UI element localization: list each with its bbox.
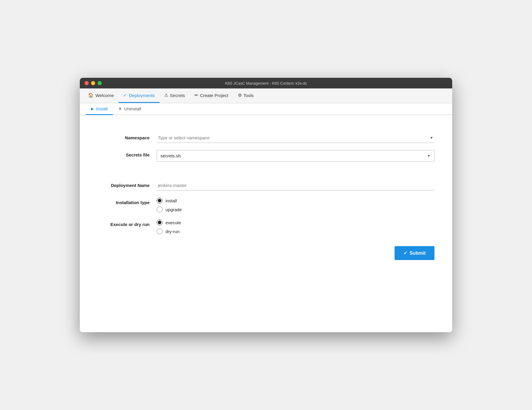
nav-item-welcome[interactable]: 🏠 Welcome bbox=[83, 88, 119, 103]
installation-type-row: Installation type install upgrade bbox=[98, 198, 434, 212]
titlebar: K8S JCasC Management - K8S Context: k3s-… bbox=[80, 78, 452, 88]
submit-label: Submit bbox=[410, 251, 426, 256]
secrets-file-label: Secrets file bbox=[98, 150, 157, 157]
tab-uninstall-label: Uninstall bbox=[124, 106, 141, 111]
deployment-name-control bbox=[157, 180, 434, 191]
nav-label-secrets: Secrets bbox=[170, 93, 185, 98]
execute-dry-run-row: Execute or dry run execute dry-run bbox=[98, 219, 434, 234]
chevron-down-icon: ▼ bbox=[430, 136, 433, 140]
nav-label-create-project: Create Project bbox=[200, 93, 228, 98]
check-submit-icon: ✓ bbox=[403, 250, 407, 256]
namespace-label: Namespace bbox=[98, 133, 157, 140]
execute-dry-run-label: Execute or dry run bbox=[98, 219, 157, 227]
pause-icon: ⏸ bbox=[118, 106, 122, 111]
nav-item-secrets[interactable]: ⚠ Secrets bbox=[160, 88, 190, 103]
radio-dry-run[interactable]: dry-run bbox=[157, 228, 434, 234]
tab-install[interactable]: ▶ Install bbox=[86, 103, 113, 115]
radio-upgrade[interactable]: upgrade bbox=[157, 206, 434, 212]
nav-item-create-project[interactable]: ✏ Create Project bbox=[190, 88, 233, 103]
deployment-name-label: Deployment Name bbox=[98, 180, 157, 188]
tab-install-label: Install bbox=[96, 106, 108, 111]
content-area: Namespace ▼ Secrets file secrets.sh ▼ De bbox=[80, 115, 452, 332]
installation-type-label: Installation type bbox=[98, 198, 157, 205]
namespace-row: Namespace ▼ bbox=[98, 133, 434, 143]
secrets-file-value: secrets.sh bbox=[160, 153, 181, 158]
deployment-name-input[interactable] bbox=[157, 180, 434, 191]
play-icon: ▶ bbox=[91, 106, 94, 111]
sub-tabs: ▶ Install ⏸ Uninstall bbox=[80, 103, 452, 115]
nav-item-tools[interactable]: ⚙ Tools bbox=[233, 88, 259, 103]
window-title: K8S JCasC Management - K8S Context: k3s-… bbox=[225, 81, 307, 85]
namespace-dropdown[interactable]: ▼ bbox=[157, 133, 434, 143]
chevron-down-icon-secrets: ▼ bbox=[427, 154, 431, 158]
radio-dry-run-input[interactable] bbox=[157, 228, 163, 234]
close-button[interactable] bbox=[85, 81, 89, 85]
radio-execute-input[interactable] bbox=[157, 219, 163, 225]
radio-dry-run-label: dry-run bbox=[166, 229, 180, 234]
namespace-input[interactable] bbox=[158, 135, 430, 140]
radio-upgrade-input[interactable] bbox=[157, 206, 163, 212]
nav-label-deployments: Deployments bbox=[129, 93, 155, 98]
warning-icon: ⚠ bbox=[164, 93, 168, 98]
radio-install-label: install bbox=[166, 198, 177, 203]
maximize-button[interactable] bbox=[98, 81, 102, 85]
deployment-name-row: Deployment Name bbox=[98, 180, 434, 191]
main-nav: 🏠 Welcome ✓ Deployments ⚠ Secrets ✏ Crea… bbox=[80, 88, 452, 103]
radio-install[interactable]: install bbox=[157, 198, 434, 204]
radio-upgrade-label: upgrade bbox=[166, 207, 182, 212]
tab-uninstall[interactable]: ⏸ Uninstall bbox=[113, 103, 147, 115]
gear-icon: ⚙ bbox=[238, 93, 242, 98]
radio-execute-label: execute bbox=[166, 220, 181, 225]
home-icon: 🏠 bbox=[88, 93, 94, 98]
secrets-file-dropdown[interactable]: secrets.sh ▼ bbox=[157, 150, 434, 162]
minimize-button[interactable] bbox=[91, 81, 95, 85]
secrets-file-control: secrets.sh ▼ bbox=[157, 150, 434, 162]
pencil-icon: ✏ bbox=[194, 93, 198, 98]
submit-button[interactable]: ✓ Submit bbox=[395, 246, 434, 260]
nav-label-welcome: Welcome bbox=[95, 93, 114, 98]
submit-row: ✓ Submit bbox=[98, 246, 434, 260]
execute-dry-run-control: execute dry-run bbox=[157, 219, 434, 234]
namespace-control: ▼ bbox=[157, 133, 434, 143]
radio-execute[interactable]: execute bbox=[157, 219, 434, 225]
radio-install-input[interactable] bbox=[157, 198, 163, 204]
execute-dry-run-group: execute dry-run bbox=[157, 219, 434, 234]
installation-type-group: install upgrade bbox=[157, 198, 434, 212]
secrets-file-row: Secrets file secrets.sh ▼ bbox=[98, 150, 434, 162]
installation-type-control: install upgrade bbox=[157, 198, 434, 212]
window-controls bbox=[85, 81, 102, 85]
check-icon: ✓ bbox=[123, 93, 127, 98]
app-window: K8S JCasC Management - K8S Context: k3s-… bbox=[80, 78, 452, 332]
nav-label-tools: Tools bbox=[244, 93, 254, 98]
nav-item-deployments[interactable]: ✓ Deployments bbox=[119, 88, 160, 103]
